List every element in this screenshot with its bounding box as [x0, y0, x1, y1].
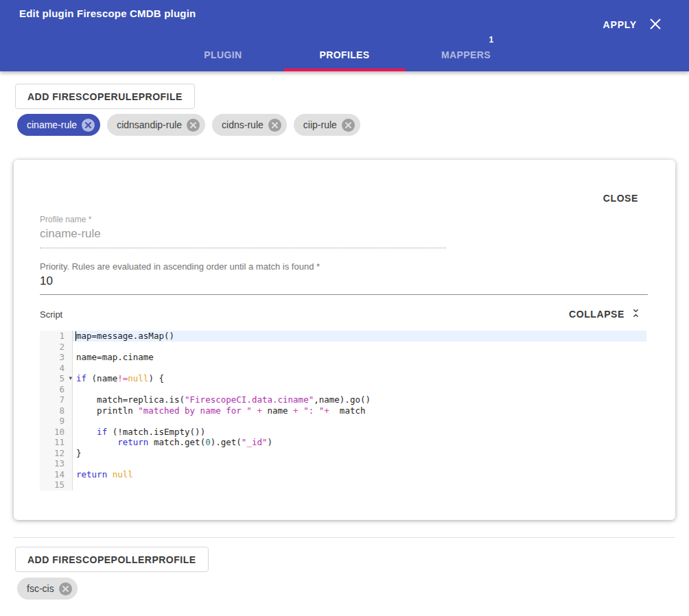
code-line-9[interactable]: 9 [40, 416, 646, 427]
code-line-1[interactable]: 1map=message.asMap() [40, 331, 646, 342]
collapse-button[interactable]: COLLAPSE [569, 308, 641, 320]
chip-label: cidns-rule [222, 119, 264, 130]
tab-profiles[interactable]: PROFILES [284, 38, 406, 71]
code-text [73, 342, 646, 353]
tab-plugin-label: PLUGIN [204, 49, 242, 60]
line-number: 11 [40, 437, 73, 448]
code-line-15[interactable]: 15 [40, 479, 646, 490]
line-number: 4 [40, 363, 73, 374]
line-number: 3 [40, 352, 73, 363]
code-line-8[interactable]: 8 println "matched by name for " + name … [40, 405, 646, 416]
code-text: } [73, 448, 646, 459]
line-number: 6 [40, 384, 73, 395]
code-text: name=map.ciname [73, 352, 646, 363]
chip-ciname-rule[interactable]: ciname-rule [17, 114, 100, 136]
text-cursor [75, 331, 76, 341]
line-number: 2 [40, 342, 73, 353]
code-line-14[interactable]: 14return null [40, 469, 646, 480]
code-text: println "matched by name for " + name + … [73, 405, 646, 416]
tab-mappers-label: MAPPERS [441, 49, 491, 60]
line-number: 5▾ [40, 373, 73, 384]
code-text [73, 458, 646, 469]
code-line-13[interactable]: 13 [40, 458, 646, 469]
line-number: 9 [40, 416, 73, 427]
chip-label: fsc-cis [27, 583, 54, 594]
profile-name-label: Profile name * [40, 215, 91, 224]
code-text: if (name!=null) { [73, 373, 646, 384]
apply-button[interactable]: APPLY [596, 15, 644, 34]
code-line-4[interactable]: 4 [40, 363, 646, 374]
code-line-3[interactable]: 3name=map.ciname [40, 352, 646, 363]
line-number: 7 [40, 394, 73, 405]
code-text [73, 384, 646, 395]
chip-remove-icon[interactable] [268, 119, 281, 132]
line-number: 12 [40, 448, 73, 459]
chip-fsc-cis[interactable]: fsc-cis [17, 578, 78, 600]
code-text [73, 416, 646, 427]
code-text: map=message.asMap() [73, 331, 646, 342]
dialog-header: Edit plugin Firescope CMDB plugin APPLY … [0, 0, 689, 71]
chip-remove-icon[interactable] [342, 119, 355, 132]
script-code-editor[interactable]: 1map=message.asMap()23name=map.ciname45▾… [40, 331, 646, 490]
close-profile-button[interactable]: CLOSE [595, 187, 646, 209]
code-line-6[interactable]: 6 [40, 384, 646, 395]
chip-label: ciname-rule [27, 119, 77, 130]
script-header: Script COLLAPSE [40, 308, 641, 320]
line-number: 1 [40, 331, 73, 342]
collapse-label: COLLAPSE [569, 309, 624, 320]
line-number: 15 [40, 479, 73, 490]
code-line-10[interactable]: 10 if (!match.isEmpty()) [40, 427, 646, 438]
profile-name-input: ciname-rule [40, 227, 446, 248]
add-firescopepollerprofile-button[interactable]: ADD FIRESCOPEPOLLERPROFILE [15, 547, 209, 572]
chip-remove-icon[interactable] [59, 582, 72, 595]
line-number: 10 [40, 427, 73, 438]
tab-mappers[interactable]: 1 MAPPERS [406, 38, 527, 71]
priority-label: Priority. Rules are evaluated in ascendi… [40, 261, 320, 272]
code-lines: 1map=message.asMap()23name=map.ciname45▾… [40, 331, 646, 490]
code-text: if (!match.isEmpty()) [73, 427, 646, 438]
mappers-count-badge: 1 [489, 35, 494, 45]
script-label: Script [40, 309, 62, 320]
profile-editor-card: CLOSE Profile name * ciname-rule Priorit… [14, 160, 675, 520]
fold-arrow-icon[interactable]: ▾ [69, 373, 72, 384]
line-number: 8 [40, 405, 73, 416]
line-number: 14 [40, 469, 73, 480]
code-text [73, 363, 646, 374]
code-text: return match.get(0).get("_id") [73, 437, 646, 448]
priority-input[interactable]: 10 [40, 274, 648, 295]
code-line-5[interactable]: 5▾if (name!=null) { [40, 373, 646, 384]
tab-profiles-label: PROFILES [319, 49, 369, 60]
add-firescoperuleprofile-button[interactable]: ADD FIRESCOPERULEPROFILE [15, 84, 195, 109]
chip-remove-icon[interactable] [82, 119, 95, 132]
line-number: 13 [40, 458, 73, 469]
code-line-12[interactable]: 12} [40, 448, 646, 459]
code-line-7[interactable]: 7 match=replica.is("FirescopeCI.data.cin… [40, 394, 646, 405]
section-divider [14, 537, 675, 538]
tab-bar: PLUGIN PROFILES 1 MAPPERS [0, 38, 689, 71]
code-line-11[interactable]: 11 return match.get(0).get("_id") [40, 437, 646, 448]
chip-cidns-rule[interactable]: cidns-rule [212, 114, 287, 136]
code-line-2[interactable]: 2 [40, 342, 646, 353]
chip-ciip-rule[interactable]: ciip-rule [294, 114, 360, 136]
rule-profile-chips: ciname-rule cidnsandip-rule cidns-rule c… [17, 114, 360, 136]
edit-plugin-dialog: Edit plugin Firescope CMDB plugin APPLY … [0, 0, 689, 616]
code-text [73, 479, 646, 490]
code-text: match=replica.is("FirescopeCI.data.cinam… [73, 394, 646, 405]
chip-label: ciip-rule [303, 119, 337, 130]
tab-plugin[interactable]: PLUGIN [163, 38, 284, 71]
close-dialog-icon[interactable] [648, 16, 663, 32]
dialog-title: Edit plugin Firescope CMDB plugin [19, 8, 196, 19]
unfold-less-icon [631, 308, 641, 320]
poller-profile-chips: fsc-cis [17, 578, 78, 600]
chip-cidnsandip-rule[interactable]: cidnsandip-rule [107, 114, 205, 136]
chip-label: cidnsandip-rule [117, 119, 182, 130]
code-text: return null [73, 469, 646, 480]
chip-remove-icon[interactable] [187, 119, 200, 132]
